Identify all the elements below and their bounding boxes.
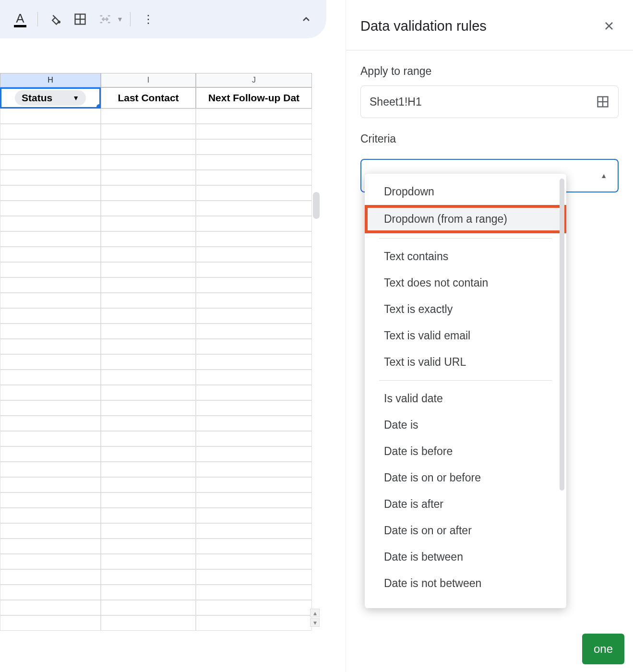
grid-cell[interactable] xyxy=(101,508,196,523)
text-color-button[interactable]: A xyxy=(10,9,31,30)
header-cell-H[interactable]: Status▼ xyxy=(0,87,101,108)
grid-cell[interactable] xyxy=(101,554,196,569)
grid-cell[interactable] xyxy=(101,416,196,431)
merge-dropdown-caret[interactable]: ▼ xyxy=(117,15,123,23)
grid-cell[interactable] xyxy=(196,569,312,585)
merge-cells-button[interactable] xyxy=(95,9,116,30)
grid-cell[interactable] xyxy=(101,354,196,370)
criteria-option[interactable]: Date is between xyxy=(365,544,566,570)
grid-cell[interactable] xyxy=(101,431,196,446)
criteria-option[interactable]: Text is exactly xyxy=(365,296,566,323)
grid-cell[interactable] xyxy=(0,539,101,554)
collapse-toolbar-button[interactable] xyxy=(296,9,317,30)
grid-cell[interactable] xyxy=(101,277,196,293)
grid-cell[interactable] xyxy=(101,170,196,185)
grid-cell[interactable] xyxy=(101,308,196,324)
grid-cell[interactable] xyxy=(196,216,312,231)
grid-cell[interactable] xyxy=(0,201,101,216)
grid-cell[interactable] xyxy=(0,585,101,600)
criteria-option[interactable]: Date is on or before xyxy=(365,465,566,491)
grid-cell[interactable] xyxy=(101,585,196,600)
criteria-option[interactable]: Date is not between xyxy=(365,570,566,597)
grid-cell[interactable] xyxy=(196,139,312,155)
grid-cell[interactable] xyxy=(0,477,101,492)
grid-cell[interactable] xyxy=(101,293,196,308)
grid-cell[interactable] xyxy=(101,262,196,277)
grid-cell[interactable] xyxy=(196,262,312,277)
grid-cell[interactable] xyxy=(0,615,101,631)
grid-cell[interactable] xyxy=(196,354,312,370)
grid-cell[interactable] xyxy=(196,585,312,600)
close-sidebar-button[interactable] xyxy=(599,16,619,36)
grid-cell[interactable] xyxy=(101,124,196,139)
grid-cell[interactable] xyxy=(0,277,101,293)
grid-cell[interactable] xyxy=(101,446,196,462)
grid-cell[interactable] xyxy=(196,308,312,324)
done-button[interactable]: one xyxy=(582,634,624,664)
grid-cell[interactable] xyxy=(196,293,312,308)
grid-cell[interactable] xyxy=(196,446,312,462)
header-cell-J[interactable]: Next Follow-up Dat xyxy=(196,87,312,108)
criteria-option[interactable]: Date is on or after xyxy=(365,517,566,544)
grid-cell[interactable] xyxy=(0,370,101,385)
grid-cell[interactable] xyxy=(196,108,312,124)
grid-cell[interactable] xyxy=(0,431,101,446)
grid-cell[interactable] xyxy=(0,492,101,508)
criteria-option[interactable]: Date is after xyxy=(365,491,566,517)
header-cell-I[interactable]: Last Contact xyxy=(101,87,196,108)
grid-cell[interactable] xyxy=(196,385,312,400)
column-header-I[interactable]: I xyxy=(101,73,196,87)
fill-color-button[interactable] xyxy=(45,9,66,30)
column-header-H[interactable]: H xyxy=(0,73,101,87)
criteria-option[interactable]: Date is xyxy=(365,412,566,438)
grid-cell[interactable] xyxy=(196,508,312,523)
grid-cell[interactable] xyxy=(196,600,312,615)
grid-cell[interactable] xyxy=(0,508,101,523)
grid-cell[interactable] xyxy=(0,216,101,231)
grid-cell[interactable] xyxy=(196,155,312,170)
grid-cell[interactable] xyxy=(101,324,196,339)
grid-cell[interactable] xyxy=(0,339,101,354)
grid-cell[interactable] xyxy=(101,462,196,477)
grid-cell[interactable] xyxy=(101,185,196,201)
grid-cell[interactable] xyxy=(101,339,196,354)
grid-cell[interactable] xyxy=(101,139,196,155)
grid-cell[interactable] xyxy=(101,108,196,124)
grid-cell[interactable] xyxy=(101,216,196,231)
grid-cell[interactable] xyxy=(101,615,196,631)
status-dropdown-chip[interactable]: Status▼ xyxy=(15,90,86,106)
grid-cell[interactable] xyxy=(101,600,196,615)
grid-cell[interactable] xyxy=(196,124,312,139)
more-button[interactable]: ⋮ xyxy=(137,9,158,30)
grid-cell[interactable] xyxy=(101,492,196,508)
grid-cell[interactable] xyxy=(0,293,101,308)
grid-cell[interactable] xyxy=(0,446,101,462)
grid-cell[interactable] xyxy=(0,354,101,370)
scroll-up-button[interactable]: ▴ xyxy=(310,609,320,617)
criteria-option[interactable]: Text does not contain xyxy=(365,270,566,296)
grid-cell[interactable] xyxy=(101,247,196,262)
grid-cell[interactable] xyxy=(0,523,101,539)
grid-cell[interactable] xyxy=(0,124,101,139)
grid-cell[interactable] xyxy=(196,170,312,185)
grid-cell[interactable] xyxy=(196,400,312,416)
grid-cell[interactable] xyxy=(0,262,101,277)
grid-cell[interactable] xyxy=(196,477,312,492)
grid-cell[interactable] xyxy=(0,231,101,247)
grid-cell[interactable] xyxy=(0,600,101,615)
grid-cell[interactable] xyxy=(196,462,312,477)
grid-cell[interactable] xyxy=(196,554,312,569)
criteria-option[interactable]: Dropdown (from a range) xyxy=(365,205,566,233)
grid-cell[interactable] xyxy=(0,416,101,431)
grid-cell[interactable] xyxy=(0,247,101,262)
grid-cell[interactable] xyxy=(101,400,196,416)
grid-cell[interactable] xyxy=(101,477,196,492)
grid-cell[interactable] xyxy=(196,247,312,262)
grid-cell[interactable] xyxy=(0,170,101,185)
grid-cell[interactable] xyxy=(0,400,101,416)
grid-cell[interactable] xyxy=(101,201,196,216)
grid-cell[interactable] xyxy=(196,201,312,216)
grid-cell[interactable] xyxy=(196,339,312,354)
select-range-icon[interactable] xyxy=(596,95,609,108)
criteria-option[interactable]: Text contains xyxy=(365,243,566,270)
